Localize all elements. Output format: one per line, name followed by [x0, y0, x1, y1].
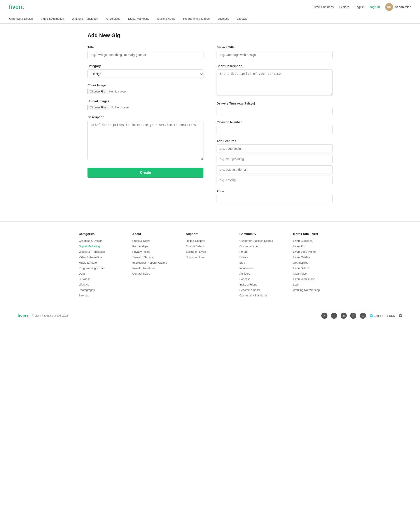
feature4-input[interactable]	[216, 176, 332, 184]
description-label: Description	[88, 115, 204, 119]
footer-link-selling[interactable]: Selling on Liverr	[186, 250, 234, 253]
nav-item-lifestyle[interactable]: Lifestyle	[236, 14, 248, 24]
explore-link[interactable]: Explore	[339, 5, 349, 9]
category-section: Category Design Programming Writing Mark…	[88, 64, 204, 78]
footer-link-events[interactable]: Events	[239, 255, 288, 259]
footer-link-video[interactable]: Video & Animation	[79, 255, 127, 259]
footer-bottom-right: 𝕏 f in P ◎ 🌐 English $ USD ☸	[321, 313, 402, 319]
nav-item-programming[interactable]: Programming & Tech	[183, 14, 210, 24]
footer-link-become-seller[interactable]: Become a Seller	[239, 288, 288, 292]
footer-link-contact-sales[interactable]: Contact Sales	[132, 272, 181, 275]
footer-link-influencers[interactable]: Influencers	[239, 266, 288, 270]
facebook-icon[interactable]: f	[331, 313, 337, 319]
footer-link-logo-maker[interactable]: Liverr Logo Maker	[293, 250, 341, 253]
linkedin-icon[interactable]: in	[340, 313, 347, 319]
footer-link-partnerships[interactable]: Partnerships	[132, 245, 181, 248]
footer-link-programming[interactable]: Programming & Tech	[79, 266, 127, 270]
user-avatar-area[interactable]: SM Sadan Mian	[385, 3, 411, 11]
fiverr-logo[interactable]: fiverr.	[9, 3, 24, 10]
footer-link-get-inspired[interactable]: Get Inspired	[293, 261, 341, 264]
nav-item-ai[interactable]: AI Services	[106, 14, 121, 24]
footer-link-music[interactable]: Music & Audio	[79, 261, 127, 264]
footer-currency-selector[interactable]: $ USD	[386, 314, 395, 317]
price-input[interactable]	[216, 195, 332, 203]
footer-link-podcast[interactable]: Podcast	[239, 277, 288, 281]
footer-col-more: More From Fiverr Liverr Business Liverr …	[293, 232, 341, 299]
fiverr-business-link[interactable]: Fiverr Business	[313, 5, 334, 9]
cover-image-label: Cover Image	[88, 84, 204, 87]
category-select[interactable]: Design Programming Writing Marketing Vid…	[88, 70, 204, 78]
title-label: Title	[88, 45, 204, 49]
footer-link-investor[interactable]: Investor Relations	[132, 266, 181, 270]
pinterest-icon[interactable]: P	[350, 313, 356, 319]
footer-link-working-not-working[interactable]: Working Not Working	[293, 288, 341, 292]
upload-images-input-wrapper: Choose Files No file chosen	[88, 105, 204, 110]
feature2-input[interactable]	[216, 155, 332, 163]
footer-link-liverr-business[interactable]: Liverr Business	[293, 239, 341, 242]
accessibility-icon[interactable]: ☸	[399, 313, 402, 318]
instagram-icon[interactable]: ◎	[360, 313, 366, 319]
footer-link-privacy[interactable]: Privacy Policy	[132, 250, 181, 253]
footer-link-writing[interactable]: Writing & Translation	[79, 250, 127, 253]
footer-link-affiliates[interactable]: Affiliates	[239, 272, 288, 275]
feature3-input[interactable]	[216, 166, 332, 174]
delivery-time-input[interactable]	[216, 107, 332, 115]
create-button[interactable]: Create	[88, 168, 204, 178]
form-right-column: Service Title Short Description Delivery…	[216, 45, 332, 208]
nav-item-writing[interactable]: Writing & Translation	[71, 14, 98, 24]
upload-images-choose-files-btn[interactable]: Choose Files	[88, 105, 109, 110]
main-content: Add New Gig Title Category Design Progra…	[79, 24, 341, 221]
globe-icon: 🌐	[369, 314, 373, 317]
footer-link-business[interactable]: Business	[79, 277, 127, 281]
footer-link-lifestyle[interactable]: Lifestyle	[79, 283, 127, 286]
footer-link-digital-marketing[interactable]: Digital Marketing	[79, 245, 127, 248]
title-input[interactable]	[88, 51, 204, 59]
footer-link-customer-stories[interactable]: Customer Success Stories	[239, 239, 288, 242]
nav-item-business[interactable]: Business	[217, 14, 230, 24]
footer-link-workspace[interactable]: Liverr Workspace	[293, 277, 341, 281]
footer-link-forum[interactable]: Forum	[239, 250, 288, 253]
footer-link-buying[interactable]: Buying on Liverr	[186, 255, 234, 259]
footer-link-press[interactable]: Press & News	[132, 239, 181, 242]
footer-link-trust[interactable]: Trust & Safety	[186, 245, 234, 248]
footer-link-blog[interactable]: Blog	[239, 261, 288, 264]
footer-link-data[interactable]: Data	[79, 272, 127, 275]
header-nav: Fiverr Business Explore English Sign in …	[313, 3, 411, 11]
upload-images-section: Upload Images Choose Files No file chose…	[88, 99, 204, 110]
cover-image-choose-file-btn[interactable]: Choose File	[88, 89, 107, 94]
add-features-label: Add Features	[216, 139, 332, 143]
upload-images-label: Upload Images	[88, 99, 204, 103]
footer-link-community-hub[interactable]: Community hub	[239, 245, 288, 248]
sign-in-link[interactable]: Sign in	[370, 5, 380, 9]
nav-item-marketing[interactable]: Digital Marketing	[128, 14, 150, 24]
footer-link-photography[interactable]: Photography	[79, 288, 127, 292]
short-description-textarea[interactable]	[216, 70, 332, 96]
footer-link-graphics-design[interactable]: Graphics & Design	[79, 239, 127, 242]
footer-link-help[interactable]: Help & Support	[186, 239, 234, 242]
footer-link-clearvoice[interactable]: ClearVoice	[293, 272, 341, 275]
nav-item-video[interactable]: Video & Animation	[40, 14, 64, 24]
cover-image-section: Cover Image Choose File No file chosen	[88, 84, 204, 94]
revision-number-input[interactable]	[216, 126, 332, 134]
nav-item-graphics[interactable]: Graphics & Design	[9, 14, 33, 24]
footer-link-learn[interactable]: Learn	[293, 283, 341, 286]
footer-link-community-standards[interactable]: Community Standards	[239, 294, 288, 297]
footer-link-invite[interactable]: Invite a Friend	[239, 283, 288, 286]
nav-item-music[interactable]: Music & Audio	[157, 14, 176, 24]
description-textarea[interactable]	[88, 121, 204, 160]
feature1-input[interactable]	[216, 145, 332, 153]
footer-col-about: About Press & News Partnerships Privacy …	[132, 232, 181, 299]
service-title-input[interactable]	[216, 51, 332, 59]
footer-bottom-left: fiverr. © Liverr International Ltd. 2023	[18, 313, 68, 318]
footer-link-guides[interactable]: Liverr Guides	[293, 255, 341, 259]
footer-link-terms[interactable]: Terms of Service	[132, 255, 181, 259]
delivery-time-section: Delivery Time (e.g. 3 days)	[216, 102, 332, 115]
logo-text: fiverr	[9, 3, 23, 10]
twitter-icon[interactable]: 𝕏	[321, 313, 328, 319]
footer-link-liverr-pro[interactable]: Liverr Pro	[293, 245, 341, 248]
language-link[interactable]: English	[355, 5, 365, 9]
footer-language-selector[interactable]: 🌐 English	[369, 314, 383, 317]
footer-link-sitemap[interactable]: Sitemap	[79, 294, 127, 297]
footer-link-select[interactable]: Liverr Select	[293, 266, 341, 270]
footer-link-ip-claims[interactable]: Intellectual Property Claims	[132, 261, 181, 264]
